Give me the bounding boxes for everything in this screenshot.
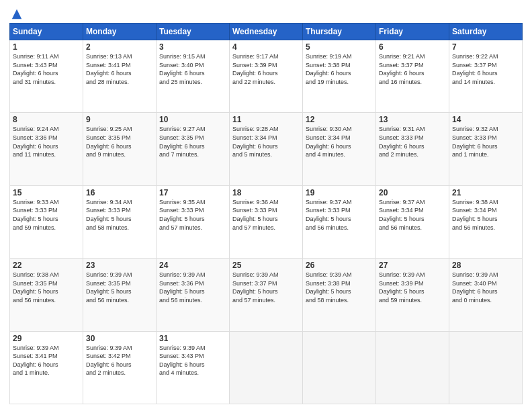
calendar-cell: 22Sunrise: 9:38 AMSunset: 3:35 PMDayligh… [10, 259, 83, 331]
calendar-cell: 9Sunrise: 9:25 AMSunset: 3:35 PMDaylight… [83, 113, 157, 185]
calendar-week-2: 8Sunrise: 9:24 AMSunset: 3:36 PMDaylight… [10, 113, 523, 185]
calendar-cell [449, 331, 523, 404]
day-info: Sunrise: 9:36 AMSunset: 3:33 PMDaylight:… [232, 198, 300, 232]
day-info: Sunrise: 9:37 AMSunset: 3:34 PMDaylight:… [379, 198, 446, 232]
calendar-cell: 19Sunrise: 9:37 AMSunset: 3:33 PMDayligh… [303, 185, 376, 258]
day-number: 3 [159, 42, 226, 52]
day-info: Sunrise: 9:32 AMSunset: 3:33 PMDaylight:… [452, 125, 519, 158]
day-info: Sunrise: 9:22 AMSunset: 3:37 PMDaylight:… [452, 52, 519, 86]
day-info: Sunrise: 9:39 AMSunset: 3:38 PMDaylight:… [306, 271, 373, 304]
calendar-cell: 5Sunrise: 9:19 AMSunset: 3:38 PMDaylight… [303, 40, 376, 113]
day-number: 16 [86, 188, 153, 197]
day-info: Sunrise: 9:35 AMSunset: 3:33 PMDaylight:… [159, 198, 226, 232]
calendar-cell: 30Sunrise: 9:39 AMSunset: 3:42 PMDayligh… [83, 331, 157, 404]
calendar-cell: 29Sunrise: 9:39 AMSunset: 3:41 PMDayligh… [10, 331, 83, 404]
calendar-cell: 24Sunrise: 9:39 AMSunset: 3:36 PMDayligh… [157, 259, 230, 331]
day-info: Sunrise: 9:39 AMSunset: 3:39 PMDaylight:… [379, 271, 446, 304]
day-info: Sunrise: 9:11 AMSunset: 3:43 PMDaylight:… [13, 52, 80, 86]
day-number: 10 [159, 115, 226, 124]
day-info: Sunrise: 9:24 AMSunset: 3:36 PMDaylight:… [13, 125, 80, 158]
calendar-cell: 27Sunrise: 9:39 AMSunset: 3:39 PMDayligh… [376, 259, 449, 331]
header [9, 8, 523, 17]
calendar-week-4: 22Sunrise: 9:38 AMSunset: 3:35 PMDayligh… [10, 259, 523, 331]
day-info: Sunrise: 9:19 AMSunset: 3:38 PMDaylight:… [306, 52, 373, 86]
calendar-cell: 3Sunrise: 9:15 AMSunset: 3:40 PMDaylight… [157, 40, 230, 113]
day-info: Sunrise: 9:27 AMSunset: 3:35 PMDaylight:… [159, 125, 226, 158]
day-number: 2 [86, 42, 153, 52]
day-number: 13 [379, 115, 446, 124]
calendar-cell: 7Sunrise: 9:22 AMSunset: 3:37 PMDaylight… [449, 40, 523, 113]
calendar-cell: 12Sunrise: 9:30 AMSunset: 3:34 PMDayligh… [303, 113, 376, 185]
calendar-cell: 25Sunrise: 9:39 AMSunset: 3:37 PMDayligh… [230, 259, 303, 331]
day-number: 22 [13, 261, 80, 270]
weekday-header-saturday: Saturday [449, 24, 523, 40]
day-number: 24 [159, 261, 226, 270]
calendar-cell: 18Sunrise: 9:36 AMSunset: 3:33 PMDayligh… [230, 185, 303, 258]
day-number: 9 [86, 115, 153, 124]
day-number: 26 [306, 261, 373, 270]
day-number: 5 [306, 42, 373, 52]
logo [9, 8, 23, 17]
day-number: 1 [13, 42, 80, 52]
day-number: 28 [452, 261, 519, 270]
day-number: 23 [86, 261, 153, 270]
calendar-cell: 16Sunrise: 9:34 AMSunset: 3:33 PMDayligh… [83, 185, 157, 258]
day-number: 25 [232, 261, 300, 270]
day-number: 20 [379, 188, 446, 197]
calendar-cell: 1Sunrise: 9:11 AMSunset: 3:43 PMDaylight… [10, 40, 83, 113]
page: SundayMondayTuesdayWednesdayThursdayFrid… [0, 0, 532, 411]
day-number: 7 [452, 42, 519, 52]
day-number: 27 [379, 261, 446, 270]
calendar-cell: 28Sunrise: 9:39 AMSunset: 3:40 PMDayligh… [449, 259, 523, 331]
weekday-header-wednesday: Wednesday [230, 24, 303, 40]
day-info: Sunrise: 9:30 AMSunset: 3:34 PMDaylight:… [306, 125, 373, 158]
logo-icon [11, 8, 23, 20]
calendar-cell: 13Sunrise: 9:31 AMSunset: 3:33 PMDayligh… [376, 113, 449, 185]
day-number: 14 [452, 115, 519, 124]
calendar-cell: 20Sunrise: 9:37 AMSunset: 3:34 PMDayligh… [376, 185, 449, 258]
day-info: Sunrise: 9:37 AMSunset: 3:33 PMDaylight:… [306, 198, 373, 232]
calendar-cell: 26Sunrise: 9:39 AMSunset: 3:38 PMDayligh… [303, 259, 376, 331]
calendar-cell: 23Sunrise: 9:39 AMSunset: 3:35 PMDayligh… [83, 259, 157, 331]
calendar-week-5: 29Sunrise: 9:39 AMSunset: 3:41 PMDayligh… [10, 331, 523, 404]
calendar-cell [303, 331, 376, 404]
day-number: 30 [86, 334, 153, 343]
day-number: 15 [13, 188, 80, 197]
day-number: 6 [379, 42, 446, 52]
day-info: Sunrise: 9:39 AMSunset: 3:40 PMDaylight:… [452, 271, 519, 304]
day-info: Sunrise: 9:31 AMSunset: 3:33 PMDaylight:… [379, 125, 446, 158]
calendar-cell: 15Sunrise: 9:33 AMSunset: 3:33 PMDayligh… [10, 185, 83, 258]
day-number: 8 [13, 115, 80, 124]
calendar-cell: 31Sunrise: 9:39 AMSunset: 3:43 PMDayligh… [157, 331, 230, 404]
day-info: Sunrise: 9:21 AMSunset: 3:37 PMDaylight:… [379, 52, 446, 86]
day-info: Sunrise: 9:38 AMSunset: 3:34 PMDaylight:… [452, 198, 519, 232]
day-number: 18 [232, 188, 300, 197]
day-number: 12 [306, 115, 373, 124]
calendar-cell: 17Sunrise: 9:35 AMSunset: 3:33 PMDayligh… [157, 185, 230, 258]
calendar-week-3: 15Sunrise: 9:33 AMSunset: 3:33 PMDayligh… [10, 185, 523, 258]
weekday-header-tuesday: Tuesday [157, 24, 230, 40]
calendar-week-1: 1Sunrise: 9:11 AMSunset: 3:43 PMDaylight… [10, 40, 523, 113]
day-info: Sunrise: 9:39 AMSunset: 3:43 PMDaylight:… [159, 344, 226, 377]
calendar-cell [230, 331, 303, 404]
day-info: Sunrise: 9:17 AMSunset: 3:39 PMDaylight:… [232, 52, 300, 86]
day-info: Sunrise: 9:39 AMSunset: 3:36 PMDaylight:… [159, 271, 226, 304]
day-number: 21 [452, 188, 519, 197]
day-info: Sunrise: 9:39 AMSunset: 3:35 PMDaylight:… [86, 271, 153, 304]
calendar-cell: 6Sunrise: 9:21 AMSunset: 3:37 PMDaylight… [376, 40, 449, 113]
day-info: Sunrise: 9:33 AMSunset: 3:33 PMDaylight:… [13, 198, 80, 232]
day-info: Sunrise: 9:39 AMSunset: 3:37 PMDaylight:… [232, 271, 300, 304]
svg-marker-0 [12, 9, 21, 19]
day-info: Sunrise: 9:39 AMSunset: 3:41 PMDaylight:… [13, 344, 80, 377]
day-number: 31 [159, 334, 226, 343]
day-info: Sunrise: 9:38 AMSunset: 3:35 PMDaylight:… [13, 271, 80, 304]
calendar-cell: 2Sunrise: 9:13 AMSunset: 3:41 PMDaylight… [83, 40, 157, 113]
day-number: 17 [159, 188, 226, 197]
calendar-cell: 10Sunrise: 9:27 AMSunset: 3:35 PMDayligh… [157, 113, 230, 185]
calendar-cell: 8Sunrise: 9:24 AMSunset: 3:36 PMDaylight… [10, 113, 83, 185]
weekday-header-sunday: Sunday [10, 24, 83, 40]
day-number: 29 [13, 334, 80, 343]
weekday-header-thursday: Thursday [303, 24, 376, 40]
calendar-cell: 21Sunrise: 9:38 AMSunset: 3:34 PMDayligh… [449, 185, 523, 258]
day-info: Sunrise: 9:25 AMSunset: 3:35 PMDaylight:… [86, 125, 153, 158]
